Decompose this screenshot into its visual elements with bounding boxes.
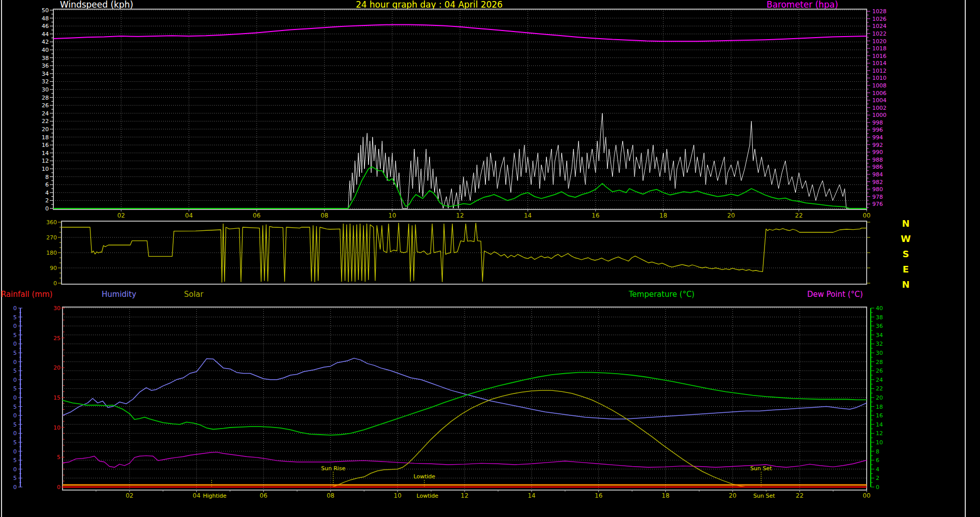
rainfall-axis-label: 10 bbox=[53, 424, 60, 431]
humidity-axis-label: 0 bbox=[13, 430, 17, 437]
windspeed-axis-label: 10 bbox=[42, 166, 49, 172]
weather-station-24h-graph-window: Windspeed (kph) 24 hour graph day : 04 A… bbox=[0, 0, 980, 517]
top-hour-label: 22 bbox=[795, 212, 803, 219]
humidity-axis-label: 5 bbox=[13, 439, 17, 446]
temperature-axis-label: 34 bbox=[876, 332, 883, 339]
rainfall-axis-label: 30 bbox=[53, 305, 60, 312]
rainfall-axis-label: 5 bbox=[57, 454, 60, 461]
top-hour-label: 12 bbox=[456, 212, 464, 219]
windspeed-axis-label: 50 bbox=[42, 7, 49, 14]
barometer-series bbox=[53, 24, 867, 41]
barometer-axis-label: 984 bbox=[872, 171, 883, 178]
windspeed-axis-label: 48 bbox=[42, 15, 49, 22]
bottom-hour-label: 00 bbox=[863, 492, 870, 499]
barometer-axis-label: 1024 bbox=[872, 23, 886, 29]
windspeed-axis-label: 42 bbox=[42, 39, 49, 45]
bottom-hour-label: 02 bbox=[126, 492, 133, 499]
weather-charts-canvas: 0246810121416182022242628303234363840424… bbox=[0, 0, 980, 517]
barometer-axis-label: 1006 bbox=[872, 90, 886, 97]
humidity-axis-label: 0 bbox=[13, 341, 17, 347]
temperature-axis-label: 20 bbox=[876, 394, 883, 401]
windspeed-axis-label: 22 bbox=[42, 118, 49, 125]
temperature-axis-label: 36 bbox=[876, 323, 883, 329]
temperature-axis-label: 32 bbox=[876, 341, 883, 347]
temperature-axis-label: 24 bbox=[876, 377, 883, 383]
windspeed-axis-label: 38 bbox=[42, 55, 49, 62]
bottom-hour-label: 10 bbox=[394, 492, 402, 499]
bottom-hour-label: 20 bbox=[729, 492, 737, 499]
bottom-hour-label: 14 bbox=[528, 492, 535, 499]
temperature-axis-label: 28 bbox=[876, 359, 883, 366]
top-hour-label: 02 bbox=[117, 212, 125, 219]
humidity-axis-label: 0 bbox=[13, 305, 17, 312]
barometer-axis-label: 990 bbox=[872, 149, 883, 156]
barometer-axis-label: 1022 bbox=[872, 31, 886, 37]
compass-letter: E bbox=[903, 264, 909, 275]
humidity-axis-label: 0 bbox=[13, 359, 17, 366]
marker-plot-label: Lowtide bbox=[414, 473, 436, 480]
rainfall-axis-label: 20 bbox=[53, 364, 60, 371]
barometer-axis-label: 996 bbox=[872, 127, 883, 133]
windspeed-axis-label: 16 bbox=[42, 142, 49, 148]
barometer-axis-label: 982 bbox=[872, 179, 883, 186]
bottom-hour-label: 12 bbox=[461, 492, 468, 499]
top-hour-label: 04 bbox=[185, 212, 193, 219]
top-hour-label: 20 bbox=[727, 212, 735, 219]
barometer-axis-label: 1002 bbox=[872, 105, 886, 111]
compass-letter: W bbox=[901, 233, 911, 244]
barometer-axis-label: 1020 bbox=[872, 38, 886, 45]
barometer-axis-label: 1004 bbox=[872, 97, 886, 104]
barometer-axis-label: 1018 bbox=[872, 45, 886, 52]
wind-direction-axis-label: 360 bbox=[46, 219, 57, 226]
windspeed-axis-label: 36 bbox=[42, 63, 49, 69]
windspeed-axis-label: 30 bbox=[42, 86, 49, 93]
humidity-axis-label: 5 bbox=[13, 332, 17, 339]
windspeed-axis-label: 0 bbox=[45, 205, 49, 212]
rainfall-axis-label: 25 bbox=[53, 335, 60, 342]
rainfall-axis-label: 0 bbox=[57, 484, 60, 491]
barometer-axis-label: 1000 bbox=[872, 112, 886, 118]
windspeed-axis-label: 24 bbox=[42, 110, 49, 117]
humidity-axis-label: 0 bbox=[13, 323, 17, 329]
barometer-axis-label: 994 bbox=[872, 134, 883, 141]
marker-axis-label: Lowtide bbox=[417, 493, 439, 499]
humidity-axis-label: 0 bbox=[13, 394, 17, 401]
barometer-axis-label: 1012 bbox=[872, 68, 886, 74]
compass-letter: N bbox=[902, 218, 909, 229]
windspeed-axis-label: 26 bbox=[42, 102, 49, 109]
humidity-axis-label: 5 bbox=[13, 457, 17, 464]
compass-letter: N bbox=[902, 279, 909, 290]
humidity-axis-label: 0 bbox=[13, 466, 17, 473]
temperature-axis-label: 8 bbox=[876, 448, 879, 455]
barometer-axis-label: 988 bbox=[872, 157, 883, 163]
humidity-axis-label: 5 bbox=[13, 314, 17, 321]
top-hour-label: 00 bbox=[863, 212, 870, 219]
bottom-hour-label: 06 bbox=[260, 492, 267, 499]
temperature-axis-label: 2 bbox=[876, 475, 879, 481]
barometer-axis-label: 1016 bbox=[872, 53, 886, 59]
windspeed-axis-label: 20 bbox=[42, 126, 49, 133]
temperature-axis-label: 10 bbox=[876, 439, 883, 446]
top-hour-label: 10 bbox=[388, 212, 396, 219]
temperature-axis-label: 14 bbox=[876, 421, 883, 428]
barometer-axis-label: 1008 bbox=[872, 82, 886, 89]
temperature-series bbox=[63, 373, 867, 435]
humidity-axis-label: 0 bbox=[13, 412, 17, 419]
windspeed-axis-label: 14 bbox=[42, 150, 49, 157]
compass-letter: S bbox=[903, 249, 909, 259]
wind-direction-axis-label: 0 bbox=[53, 280, 57, 287]
windspeed-axis-label: 46 bbox=[42, 23, 49, 29]
temperature-axis-label: 4 bbox=[876, 466, 879, 473]
wind-direction-axis-label: 270 bbox=[46, 234, 57, 241]
humidity-axis-label: 5 bbox=[13, 404, 17, 410]
temperature-axis-label: 22 bbox=[876, 385, 883, 392]
humidity-axis-label: 5 bbox=[13, 385, 17, 392]
temperature-axis-label: 26 bbox=[876, 368, 883, 374]
bottom-hour-label: 08 bbox=[327, 492, 334, 499]
barometer-axis-label: 976 bbox=[872, 201, 883, 207]
humidity-axis-label: 0 bbox=[13, 377, 17, 383]
top-hour-label: 08 bbox=[321, 212, 328, 219]
barometer-axis-label: 978 bbox=[872, 194, 883, 200]
bottom-hour-label: 04 bbox=[193, 492, 200, 499]
windspeed-axis-label: 4 bbox=[45, 190, 49, 196]
